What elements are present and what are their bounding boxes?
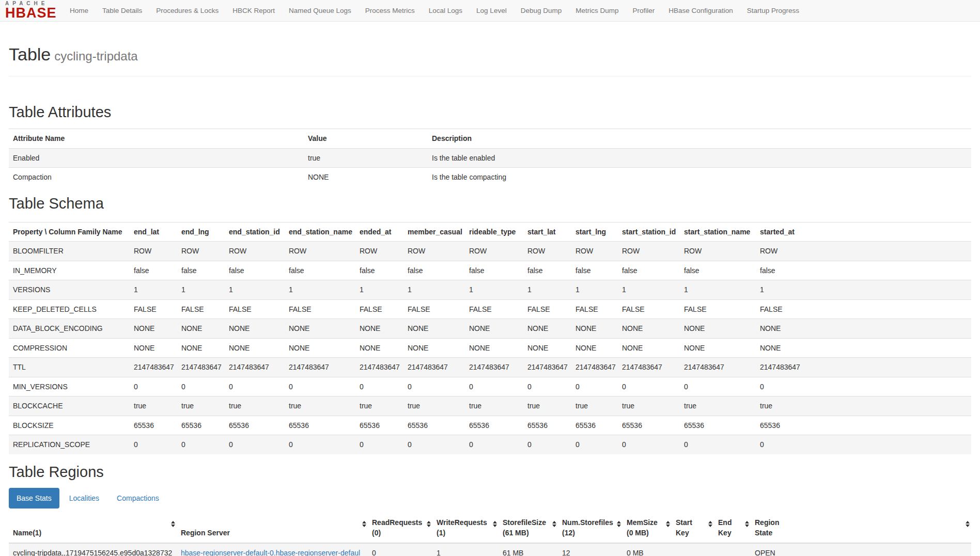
schema-value-cell: FALSE bbox=[571, 299, 618, 319]
table-regions: Name(1)Region ServerReadRequests (0)Writ… bbox=[9, 513, 971, 556]
schema-value-cell: 2147483647 bbox=[571, 358, 618, 377]
tab-base-stats[interactable]: Base Stats bbox=[9, 488, 59, 509]
schema-value-cell: 1 bbox=[177, 280, 225, 300]
sort-icon[interactable] bbox=[362, 521, 366, 527]
column-header-num-storefiles-12[interactable]: Num.Storefiles (12) bbox=[558, 513, 623, 543]
sort-down-arrow-icon bbox=[171, 525, 175, 527]
schema-property-name-cell: KEEP_DELETED_CELLS bbox=[9, 299, 130, 319]
column-header-end-key[interactable]: End Key bbox=[714, 513, 751, 543]
schema-value-cell: NONE bbox=[465, 319, 523, 339]
column-header-ended-at: ended_at bbox=[355, 222, 403, 242]
column-header-end-lat: end_lat bbox=[130, 222, 177, 242]
schema-value-cell: 65536 bbox=[177, 416, 225, 435]
column-header-start-station-name: start_station_name bbox=[680, 222, 756, 242]
column-header-value: Value bbox=[304, 129, 428, 149]
sort-up-arrow-icon bbox=[493, 521, 497, 523]
sort-down-arrow-icon bbox=[552, 525, 556, 527]
nav-item-local-logs[interactable]: Local Logs bbox=[422, 0, 469, 22]
page-header: Tablecycling-tripdata bbox=[9, 44, 971, 76]
column-header-end-lng: end_lng bbox=[177, 222, 225, 242]
schema-value-cell: 0 bbox=[177, 435, 225, 454]
sort-icon[interactable] bbox=[966, 521, 970, 527]
nav-item-home[interactable]: Home bbox=[63, 0, 96, 22]
schema-row: BLOCKCACHEtruetruetruetruetruetruetruetr… bbox=[9, 396, 971, 416]
attribute-name-cell: Enabled bbox=[9, 148, 304, 168]
schema-value-cell: true bbox=[177, 396, 225, 416]
schema-value-cell: NONE bbox=[465, 338, 523, 358]
schema-value-cell: 2147483647 bbox=[523, 358, 571, 377]
table-attributes: Attribute NameValueDescriptionEnabledtru… bbox=[9, 129, 971, 187]
column-header-label: ReadRequests (0) bbox=[372, 517, 427, 538]
schema-property-name-cell: VERSIONS bbox=[9, 280, 130, 300]
hbase-logo-hbase-text: HBASE bbox=[5, 6, 57, 20]
sort-icon[interactable] bbox=[708, 521, 712, 527]
schema-value-cell: true bbox=[465, 396, 523, 416]
sort-down-arrow-icon bbox=[966, 525, 970, 527]
nav-item-process-metrics[interactable]: Process Metrics bbox=[358, 0, 422, 22]
nav-item-startup-progress[interactable]: Startup Progress bbox=[740, 0, 806, 22]
region-server-link[interactable]: hbase-regionserver-default-0.hbase-regio… bbox=[181, 549, 360, 556]
schema-value-cell: NONE bbox=[355, 319, 403, 339]
schema-row: DATA_BLOCK_ENCODINGNONENONENONENONENONEN… bbox=[9, 319, 971, 339]
schema-value-cell: FALSE bbox=[465, 299, 523, 319]
sort-icon[interactable] bbox=[427, 521, 431, 527]
sort-up-arrow-icon bbox=[666, 521, 670, 523]
sort-icon[interactable] bbox=[552, 521, 556, 527]
tab-localities[interactable]: Localities bbox=[61, 488, 107, 509]
schema-value-cell: NONE bbox=[225, 319, 285, 339]
column-header-label: Region State bbox=[755, 517, 784, 538]
tab-compactions[interactable]: Compactions bbox=[109, 488, 167, 509]
schema-value-cell: NONE bbox=[225, 338, 285, 358]
region-server-cell: hbase-regionserver-default-0.hbase-regio… bbox=[177, 543, 368, 556]
attribute-description-cell: Is the table compacting bbox=[428, 168, 971, 187]
sort-icon[interactable] bbox=[171, 521, 175, 527]
schema-value-cell: 0 bbox=[355, 377, 403, 396]
schema-value-cell: ROW bbox=[403, 242, 465, 261]
column-header-label: End Key bbox=[718, 517, 737, 538]
table-regions-heading: Table Regions bbox=[9, 463, 971, 481]
column-header-readrequests-0[interactable]: ReadRequests (0) bbox=[368, 513, 432, 543]
column-header-storefilesize-61-mb[interactable]: StorefileSize (61 MB) bbox=[499, 513, 558, 543]
schema-value-cell: FALSE bbox=[130, 299, 177, 319]
nav-item-hbck-report[interactable]: HBCK Report bbox=[226, 0, 282, 22]
column-header-region-server[interactable]: Region Server bbox=[177, 513, 368, 543]
nav-item-debug-dump[interactable]: Debug Dump bbox=[514, 0, 569, 22]
nav-item-profiler[interactable]: Profiler bbox=[626, 0, 662, 22]
schema-value-cell: 0 bbox=[465, 435, 523, 454]
schema-value-cell: true bbox=[756, 396, 971, 416]
nav-item-procedures-locks[interactable]: Procedures & Locks bbox=[149, 0, 226, 22]
schema-property-name-cell: COMPRESSION bbox=[9, 338, 130, 358]
sort-up-arrow-icon bbox=[617, 521, 621, 523]
schema-value-cell: 1 bbox=[403, 280, 465, 300]
nav-item-log-level[interactable]: Log Level bbox=[470, 0, 514, 22]
schema-value-cell: FALSE bbox=[177, 299, 225, 319]
sort-icon[interactable] bbox=[666, 521, 670, 527]
nav-item-metrics-dump[interactable]: Metrics Dump bbox=[569, 0, 626, 22]
schema-value-cell: false bbox=[403, 261, 465, 280]
regions-header-row: Name(1)Region ServerReadRequests (0)Writ… bbox=[9, 513, 971, 543]
column-header-region-state[interactable]: Region State bbox=[751, 513, 971, 543]
sort-icon[interactable] bbox=[617, 521, 621, 527]
column-header-start-key[interactable]: Start Key bbox=[672, 513, 714, 543]
schema-property-name-cell: BLOOMFILTER bbox=[9, 242, 130, 261]
read-requests-cell: 0 bbox=[368, 543, 432, 556]
hbase-logo[interactable]: APACHE HBASE bbox=[5, 1, 57, 20]
nav-item-hbase-configuration[interactable]: HBase Configuration bbox=[662, 0, 740, 22]
schema-value-cell: NONE bbox=[680, 319, 756, 339]
region-name-cell: cycling-tripdata,,1719475156245.e95d0a13… bbox=[9, 543, 177, 556]
schema-value-cell: NONE bbox=[403, 319, 465, 339]
column-header-memsize-0-mb[interactable]: MemSize (0 MB) bbox=[623, 513, 672, 543]
sort-up-arrow-icon bbox=[966, 521, 970, 523]
schema-row: IN_MEMORYfalsefalsefalsefalsefalsefalsef… bbox=[9, 261, 971, 280]
schema-value-cell: ROW bbox=[571, 242, 618, 261]
sort-icon[interactable] bbox=[493, 521, 497, 527]
sort-icon[interactable] bbox=[745, 521, 749, 527]
column-header-name-1[interactable]: Name(1) bbox=[9, 513, 177, 543]
schema-value-cell: ROW bbox=[680, 242, 756, 261]
nav-item-named-queue-logs[interactable]: Named Queue Logs bbox=[282, 0, 358, 22]
column-header-writerequests-1[interactable]: WriteRequests (1) bbox=[432, 513, 499, 543]
schema-value-cell: NONE bbox=[523, 338, 571, 358]
nav-item-table-details[interactable]: Table Details bbox=[96, 0, 149, 22]
schema-value-cell: 1 bbox=[130, 280, 177, 300]
storefile-size-cell: 61 MB bbox=[499, 543, 558, 556]
